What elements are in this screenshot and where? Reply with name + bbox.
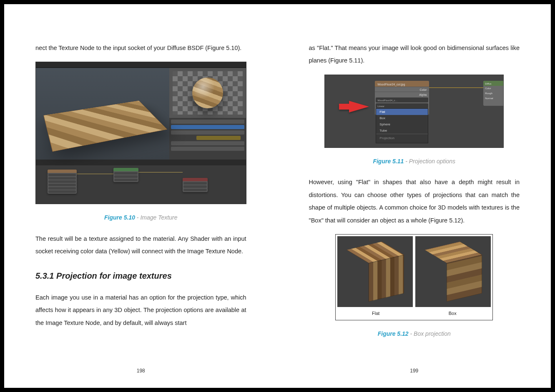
figure-title: Projection options <box>409 158 455 165</box>
node-editor <box>36 165 246 204</box>
material-output-node <box>183 178 208 192</box>
flat-projection-render <box>337 236 413 307</box>
figure-title: Box projection <box>414 330 451 337</box>
textured-plane <box>44 101 166 151</box>
dropdown-option-tube: Tube <box>376 127 428 134</box>
page-left: nect the Texture Node to the input socke… <box>4 4 278 388</box>
node-header: WoodFloor24_col.jpg <box>375 81 429 87</box>
body-text: as "Flat." That means your image will lo… <box>309 42 520 67</box>
figure-title: Image Texture <box>140 214 177 221</box>
figure-5-11-caption: Figure 5.11 - Projection options <box>309 155 520 167</box>
blender-viewport <box>36 68 169 160</box>
label-flat: Flat <box>337 307 414 318</box>
figure-5-12: Flat Box <box>309 234 520 320</box>
figure-5-11: WoodFloor24_col.jpg Color Alpha WoodFloo… <box>309 75 520 148</box>
preview-sphere <box>192 77 223 108</box>
figure-number: Figure 5.12 <box>378 330 409 337</box>
dropdown-option-box: Box <box>376 115 428 121</box>
interpolation-field: Linear <box>376 103 428 108</box>
dropdown-option-flat: Flat <box>376 109 428 115</box>
box-projection-render <box>415 236 491 307</box>
properties-panel <box>169 118 246 160</box>
figure-5-12-caption: Figure 5.12 - Box projection <box>309 328 520 340</box>
figure-5-10 <box>35 62 246 204</box>
figure-5-10-caption: Figure 5.10 - Image Texture <box>35 212 246 224</box>
section-heading: 5.3.1 Projection for image textures <box>35 267 246 285</box>
image-texture-node <box>48 170 77 194</box>
body-text: Each image you use in a material has an … <box>35 291 246 329</box>
book-spread: nect the Texture Node to the input socke… <box>4 4 551 388</box>
red-arrow-icon <box>349 101 369 112</box>
figure-5-11-image: WoodFloor24_col.jpg Color Alpha WoodFloo… <box>324 75 504 148</box>
body-text: nect the Texture Node to the input socke… <box>35 42 246 54</box>
figure-number: Figure 5.10 <box>104 214 135 221</box>
page-right: as "Flat." That means your image will lo… <box>278 4 551 388</box>
projection-dropdown: Flat Box Sphere Tube Projection <box>376 108 428 143</box>
dropdown-option-sphere: Sphere <box>376 121 428 127</box>
material-preview <box>169 68 246 118</box>
figure-number: Figure 5.11 <box>373 158 404 165</box>
image-field: WoodFloor24_c… <box>376 97 428 102</box>
diffuse-bsdf-node <box>113 168 138 182</box>
label-box: Box <box>414 307 491 318</box>
page-number-right: 199 <box>278 366 551 376</box>
dropdown-header: Projection <box>376 134 428 143</box>
figure-5-12-image: Flat Box <box>335 234 493 320</box>
diffuse-node-partial: Diffus Color Rough Normal <box>483 81 503 106</box>
body-text: The result will be a texture assigned to… <box>35 232 246 258</box>
figure-5-10-image <box>35 62 246 204</box>
node-header: Diffus <box>483 81 503 86</box>
body-text: However, using "Flat" in shapes that als… <box>309 176 520 227</box>
output-alpha: Alpha <box>375 92 429 97</box>
page-number-left: 198 <box>4 366 278 376</box>
